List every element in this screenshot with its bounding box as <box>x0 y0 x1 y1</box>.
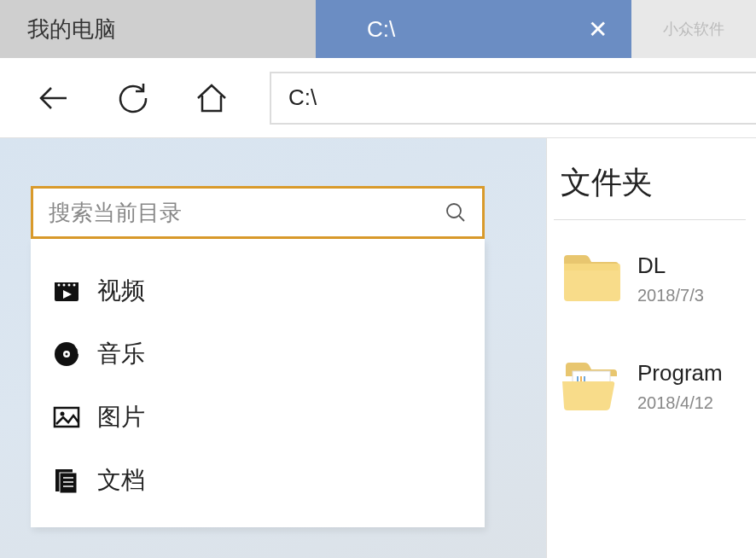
folder-date: 2018/7/3 <box>637 286 704 305</box>
svg-point-6 <box>63 284 66 287</box>
svg-point-1 <box>447 204 461 218</box>
folder-item-dl[interactable]: DL 2018/7/3 <box>547 241 756 317</box>
home-icon <box>195 81 229 115</box>
search-icon[interactable] <box>445 201 467 224</box>
music-icon <box>51 339 82 369</box>
address-bar[interactable]: C:\ <box>270 72 756 125</box>
address-text: C:\ <box>288 84 317 111</box>
content-area: 搜索当前目录 视频 音乐 <box>0 138 756 558</box>
tab-rest: 小众软件 <box>631 0 756 58</box>
home-button[interactable] <box>183 58 241 137</box>
arrow-left-icon <box>38 81 72 115</box>
tab-bar: 我的电脑 C:\ ✕ 小众软件 <box>0 0 756 58</box>
category-music[interactable]: 音乐 <box>31 323 485 386</box>
folder-name: DL <box>637 253 704 279</box>
svg-point-7 <box>68 284 71 287</box>
right-panel: 文件夹 DL 2018/7/3 <box>546 138 756 558</box>
category-video[interactable]: 视频 <box>31 259 485 323</box>
folder-info: Program 2018/4/12 <box>637 360 723 413</box>
svg-point-12 <box>66 353 68 356</box>
folder-date: 2018/4/12 <box>637 393 723 413</box>
search-placeholder: 搜索当前目录 <box>49 198 182 228</box>
svg-point-5 <box>58 284 61 287</box>
document-icon <box>51 465 82 496</box>
tab-my-computer[interactable]: 我的电脑 <box>0 0 316 58</box>
category-label: 视频 <box>97 275 145 307</box>
refresh-icon <box>116 81 150 115</box>
folder-icon <box>561 253 622 305</box>
category-label: 图片 <box>97 401 145 433</box>
section-title: 文件夹 <box>554 162 746 220</box>
left-panel: 搜索当前目录 视频 音乐 <box>0 138 546 558</box>
category-list: 视频 音乐 图片 文档 <box>31 239 485 527</box>
search-input[interactable]: 搜索当前目录 <box>31 186 485 239</box>
svg-rect-16 <box>60 473 77 493</box>
tab-label: 我的电脑 <box>27 15 116 44</box>
refresh-button[interactable] <box>104 58 162 137</box>
category-label: 文档 <box>97 464 145 497</box>
folder-name: Program <box>637 360 723 387</box>
folder-item-program[interactable]: Program 2018/4/12 <box>547 348 756 425</box>
back-button[interactable] <box>26 58 84 137</box>
category-documents[interactable]: 文档 <box>31 449 485 512</box>
toolbar: C:\ <box>0 58 756 138</box>
svg-point-14 <box>61 412 65 416</box>
tab-label: C:\ <box>367 16 395 43</box>
category-label: 音乐 <box>97 338 145 370</box>
svg-point-8 <box>73 284 76 287</box>
folder-open-icon <box>561 361 622 412</box>
watermark: 小众软件 <box>663 19 724 39</box>
video-icon <box>51 276 82 306</box>
close-icon[interactable]: ✕ <box>588 15 608 44</box>
folder-info: DL 2018/7/3 <box>637 253 704 305</box>
svg-line-2 <box>459 216 464 221</box>
category-pictures[interactable]: 图片 <box>31 386 485 449</box>
tab-c-drive[interactable]: C:\ ✕ <box>316 0 631 58</box>
picture-icon <box>51 402 82 433</box>
